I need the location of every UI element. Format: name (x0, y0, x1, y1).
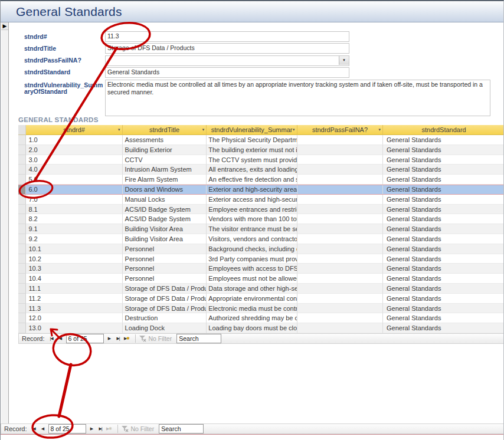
cell-passfail[interactable] (297, 304, 383, 314)
table-row[interactable]: 12.0DestructionAuthorized shredding may … (18, 313, 504, 323)
cell-title[interactable]: Manual Locks (123, 195, 207, 205)
cell-standard[interactable]: General Standards (383, 135, 504, 145)
cell-num[interactable]: 11.1 (26, 284, 122, 294)
table-row[interactable]: 11.3Storage of DFS Data / ProductsElectr… (18, 304, 504, 314)
row-selector[interactable] (18, 264, 26, 274)
cell-title[interactable]: Doors and Windows (123, 185, 207, 194)
row-selector[interactable] (18, 234, 26, 244)
cell-passfail[interactable] (297, 185, 383, 194)
row-selector[interactable] (18, 244, 26, 254)
row-selector[interactable] (18, 155, 26, 165)
stndrd-num-field[interactable]: 11.3 (105, 31, 349, 42)
table-row[interactable]: 5.0Fire Alarm SystemAn effective fire de… (18, 175, 504, 185)
row-selector[interactable] (18, 214, 26, 224)
search-input[interactable]: Search (159, 424, 204, 434)
cell-title[interactable]: Building Visitor Area (123, 234, 207, 244)
cell-standard[interactable]: General Standards (383, 244, 504, 254)
cell-vulnerability[interactable]: Employees with access to DFS d (207, 264, 297, 274)
cell-passfail[interactable] (297, 294, 383, 304)
new-record-icon[interactable]: ▶✱ (123, 334, 132, 343)
cell-passfail[interactable] (297, 274, 383, 284)
row-selector[interactable] (18, 145, 26, 155)
table-row[interactable]: 6.0Doors and WindowsExterior and high-se… (18, 185, 504, 195)
cell-standard[interactable]: General Standards (383, 264, 504, 274)
row-selector[interactable] (18, 304, 26, 314)
search-input[interactable]: Search (176, 334, 221, 343)
cell-num[interactable]: 11.3 (26, 304, 122, 314)
table-row[interactable]: 11.1Storage of DFS Data / ProductsData s… (18, 284, 504, 294)
last-record-icon[interactable]: ▶| (114, 334, 123, 343)
cell-num[interactable]: 8.1 (26, 205, 122, 215)
table-row[interactable]: 4.0Intrusion Alarm SystemAll entrances, … (18, 165, 504, 175)
no-filter-button[interactable]: No Filter (139, 335, 172, 342)
column-header-passfail[interactable]: stndrdPassFailNA?▼ (297, 125, 383, 135)
cell-standard[interactable]: General Standards (383, 195, 504, 205)
cell-passfail[interactable] (297, 264, 383, 274)
cell-num[interactable]: 10.2 (26, 254, 122, 264)
row-selector[interactable] (18, 185, 26, 194)
column-header-stndrd-num[interactable]: stndrd#▼ (26, 125, 122, 135)
cell-passfail[interactable] (297, 244, 383, 254)
cell-standard[interactable]: General Standards (383, 294, 504, 304)
cell-passfail[interactable] (297, 284, 383, 294)
cell-title[interactable]: Personnel (123, 264, 207, 274)
cell-title[interactable]: Building Exterior (123, 145, 207, 155)
cell-standard[interactable]: General Standards (383, 323, 504, 333)
cell-standard[interactable]: General Standards (383, 254, 504, 264)
cell-standard[interactable]: General Standards (383, 214, 504, 224)
last-record-icon[interactable]: ▶| (96, 425, 105, 434)
cell-passfail[interactable] (297, 224, 383, 234)
stndrd-title-field[interactable]: Storage of DFS Data / Products (105, 43, 349, 54)
cell-vulnerability[interactable]: Exterior and high-security area c (207, 185, 297, 194)
cell-num[interactable]: 9.2 (26, 234, 122, 244)
cell-title[interactable]: Destruction (123, 313, 207, 323)
cell-passfail[interactable] (297, 175, 383, 185)
cell-passfail[interactable] (297, 145, 383, 155)
cell-vulnerability[interactable]: The CCTV system must provide r (207, 155, 297, 165)
filter-dropdown-icon[interactable]: ▼ (292, 125, 296, 134)
cell-vulnerability[interactable]: Data storage and other high-sec (207, 284, 297, 294)
cell-num[interactable]: 5.0 (26, 175, 122, 185)
row-selector[interactable] (18, 165, 26, 175)
cell-vulnerability[interactable]: The Physical Security Departme (207, 135, 297, 145)
cell-num[interactable]: 11.2 (26, 294, 122, 304)
cell-num[interactable]: 10.4 (26, 274, 122, 284)
cell-vulnerability[interactable]: Loading bay doors must be close (207, 323, 297, 333)
cell-vulnerability[interactable]: The visitor entrance must be sep (207, 224, 297, 234)
table-row[interactable]: 9.2Building Visitor AreaVisitors, vendor… (18, 234, 504, 244)
table-row[interactable]: 13.0Loading DockLoading bay doors must b… (18, 323, 504, 333)
table-row[interactable]: 8.2ACS/ID Badge SystemVendors with more … (18, 214, 504, 224)
cell-num[interactable]: 12.0 (26, 313, 122, 323)
record-position-box[interactable]: 6 of 25 (66, 334, 104, 343)
table-row[interactable]: 7.0Manual LocksExterior access and high-… (18, 195, 504, 205)
cell-num[interactable]: 9.1 (26, 224, 122, 234)
cell-vulnerability[interactable]: The building exterior must not i (207, 145, 297, 155)
cell-standard[interactable]: General Standards (383, 165, 504, 175)
cell-num[interactable]: 3.0 (26, 155, 122, 165)
cell-vulnerability[interactable]: Visitors, vendors and contractor (207, 234, 297, 244)
filter-dropdown-icon[interactable]: ▼ (201, 125, 205, 134)
cell-vulnerability[interactable]: Vendors with more than 100 tot (207, 214, 297, 224)
cell-standard[interactable]: General Standards (383, 145, 504, 155)
cell-num[interactable]: 6.0 (26, 185, 122, 194)
cell-num[interactable]: 7.0 (26, 195, 122, 205)
cell-passfail[interactable] (297, 313, 383, 323)
cell-standard[interactable]: General Standards (383, 205, 504, 215)
row-selector[interactable] (18, 135, 26, 145)
cell-title[interactable]: Fire Alarm System (123, 175, 207, 185)
next-record-icon[interactable]: ▶ (87, 425, 96, 434)
cell-title[interactable]: Assessments (123, 135, 207, 145)
table-row[interactable]: 1.0AssessmentsThe Physical Security Depa… (18, 135, 504, 145)
cell-title[interactable]: Building Visitor Area (123, 224, 207, 234)
table-row[interactable]: 10.2Personnel3rd Party companies must pr… (18, 254, 504, 264)
cell-passfail[interactable] (297, 135, 383, 145)
row-selector[interactable] (18, 323, 26, 333)
filter-dropdown-icon[interactable]: ▼ (117, 125, 121, 134)
row-selector[interactable] (18, 274, 26, 284)
next-record-icon[interactable]: ▶ (105, 334, 114, 343)
cell-passfail[interactable] (297, 214, 383, 224)
table-row[interactable]: 11.2Storage of DFS Data / ProductsApprop… (18, 294, 504, 304)
new-record-icon[interactable]: ▶✱ (105, 425, 114, 434)
table-row[interactable]: 3.0CCTVThe CCTV system must provide rGen… (18, 155, 504, 165)
previous-record-icon[interactable]: ◀ (56, 334, 65, 343)
